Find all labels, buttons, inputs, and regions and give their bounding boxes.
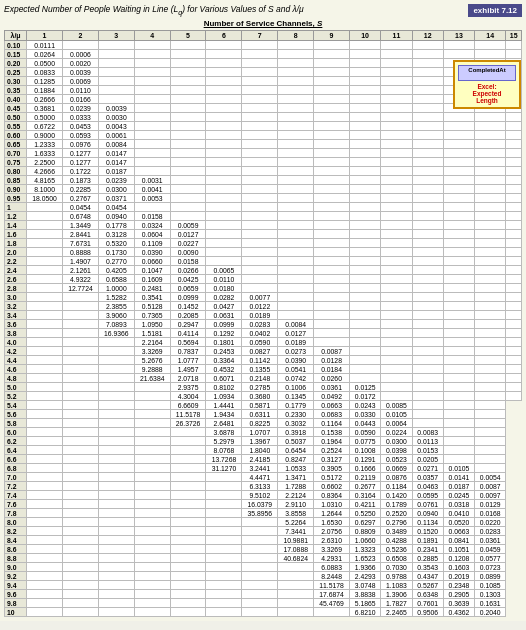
row-header-cell: 0.80 [5,167,27,176]
data-cell [443,419,474,428]
data-cell [98,365,134,374]
data-cell [314,257,350,266]
row-header-cell: 5.6 [5,410,27,419]
data-cell [134,581,170,590]
data-cell [134,545,170,554]
data-cell: 0.2785 [242,383,278,392]
data-cell [381,104,412,113]
data-cell [206,140,242,149]
data-cell: 0.0357 [412,473,443,482]
data-cell: 0.2677 [349,482,380,491]
data-cell [475,329,506,338]
data-cell: 0.0084 [98,140,134,149]
data-cell: 0.1085 [475,581,506,590]
data-cell: 1.4957 [170,365,206,374]
data-cell: 0.0723 [475,563,506,572]
data-cell: 1.0950 [134,320,170,329]
data-cell [506,392,522,401]
data-cell [170,185,206,194]
data-cell [506,149,522,158]
data-cell [412,383,443,392]
row-header-cell: 5.2 [5,392,27,401]
data-cell [506,50,522,59]
data-cell [242,284,278,293]
data-cell [412,293,443,302]
data-cell [349,185,380,194]
row-header-cell: 7.4 [5,491,27,500]
data-cell [349,86,380,95]
col-header-11: 11 [381,31,412,41]
data-cell [27,491,63,500]
data-cell [170,203,206,212]
data-cell: 1.7288 [278,482,314,491]
table-row: 7.04.44711.34710.51720.21190.08760.03570… [5,473,522,482]
data-cell [62,599,98,608]
data-cell [62,491,98,500]
row-header-cell: 1.6 [5,230,27,239]
data-cell: 0.0660 [134,257,170,266]
data-cell [381,266,412,275]
data-table: λ/μ 1 2 3 4 5 6 7 8 9 10 11 12 13 14 15 [4,30,522,617]
data-cell [242,203,278,212]
data-cell: 3.6878 [206,428,242,437]
data-cell [242,95,278,104]
data-cell [314,311,350,320]
data-cell [134,41,170,50]
data-cell [381,365,412,374]
data-cell: 0.0087 [314,347,350,356]
row-header-cell: 0.95 [5,194,27,203]
data-cell [134,392,170,401]
row-header-cell: 4.2 [5,347,27,356]
data-cell [349,68,380,77]
data-cell [506,203,522,212]
data-cell: 0.0064 [381,419,412,428]
data-cell [134,482,170,491]
data-cell [242,221,278,230]
data-cell: 0.0128 [314,356,350,365]
data-cell [349,113,380,122]
data-cell [314,50,350,59]
data-cell [27,590,63,599]
data-cell [381,275,412,284]
data-cell [278,275,314,284]
table-row: 0.450.36810.02390.0039 [5,104,522,113]
data-cell: 0.0172 [349,392,380,401]
data-cell [278,239,314,248]
data-cell: 0.1964 [314,437,350,446]
table-row: 9.411.51783.07481.10830.52670.23480.1085 [5,581,522,590]
table-row: 6.03.68781.07070.39180.15380.05900.02240… [5,428,522,437]
data-cell: 0.0090 [170,248,206,257]
data-cell: 4.3004 [170,392,206,401]
data-cell: 0.4114 [170,329,206,338]
table-row: 8.410.98812.63101.06600.42880.18910.0841… [5,536,522,545]
data-cell: 0.0168 [475,509,506,518]
data-cell [475,230,506,239]
data-cell [506,239,522,248]
table-row: 8.617.08883.32691.33230.52360.23410.1051… [5,545,522,554]
data-cell: 0.2770 [98,257,134,266]
data-cell: 0.2040 [475,608,506,617]
data-cell: 0.5000 [27,113,63,122]
data-cell [314,329,350,338]
data-cell [170,500,206,509]
data-cell [278,122,314,131]
row-header-cell: 9.4 [5,581,27,590]
data-cell: 0.0245 [443,491,474,500]
data-cell: 2.3855 [98,302,134,311]
table-row: 7.616.03792.91101.03100.42110.17890.0761… [5,500,522,509]
data-cell [278,563,314,572]
table-row: 0.250.08330.0039 [5,68,522,77]
data-cell [475,248,506,257]
data-cell: 0.0361 [475,536,506,545]
exhibit-badge: exhibit 7.12 [468,4,522,17]
data-cell [381,374,412,383]
data-cell: 0.2905 [443,590,474,599]
data-cell [206,545,242,554]
data-cell [206,257,242,266]
data-cell [170,86,206,95]
row-header-cell: 8.2 [5,527,27,536]
data-cell [475,401,506,410]
table-row: 9.845.47695.18651.78270.76010.36390.1631 [5,599,522,608]
table-row: 2.42.12610.42050.10470.02660.0065 [5,266,522,275]
data-cell: 0.0631 [206,311,242,320]
